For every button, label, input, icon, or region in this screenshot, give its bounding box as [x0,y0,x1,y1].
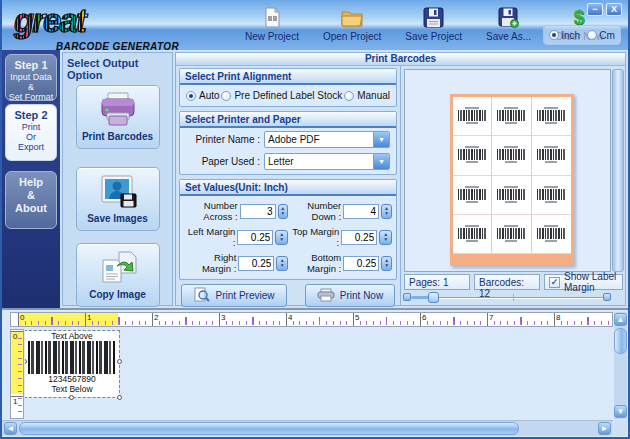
panel-title: Print Barcodes [176,53,625,66]
top-margin-spinner[interactable]: ▲▼ [379,230,392,245]
save-as-button[interactable]: Save As... [486,7,531,42]
label-cell [453,215,492,254]
label-sheet-grid [453,97,571,254]
scroll-up-icon[interactable]: ▲ [614,313,627,326]
spinner-down-icon: ▼ [280,211,285,216]
barcodes-status: Barcodes: 12 [474,274,540,290]
label-cell [453,136,492,175]
print-barcodes-panel: Print Barcodes Select Print Alignment Au… [175,52,626,306]
mini-barcode [458,146,486,164]
mini-barcode [537,107,565,125]
horizontal-scroll-thumb[interactable] [19,422,519,435]
logo-letter: a [59,2,75,39]
alignment-auto-radio[interactable]: Auto [186,90,220,101]
right-margin-spinner[interactable]: ▲▼ [276,256,288,271]
left-margin-spinner[interactable]: ▲▼ [275,230,288,245]
alignment-predefined-radio[interactable]: Pre Defined Label Stock [221,90,342,101]
canvas-vertical-scrollbar[interactable]: ▲ ▼ [614,312,627,419]
new-project-label: New Project [245,31,299,42]
number-down-label: Number Down : [288,200,341,222]
design-canvas[interactable]: Text Above 1234567890 Text Below [25,329,613,419]
bottom-margin-input[interactable] [343,256,379,271]
save-project-button[interactable]: Save Project [405,7,462,42]
open-project-button[interactable]: Open Project [323,7,381,42]
logo-letter: g [14,2,32,39]
sidebar-help-about-button[interactable]: Help & About [5,171,57,229]
preview-status-bar: Pages: 1 Barcodes: 12 ✓ Show Label Margi… [401,274,625,290]
mini-barcode [458,107,486,125]
radio-icon [344,91,354,101]
scroll-down-icon[interactable]: ▼ [614,405,627,418]
paper-used-select[interactable]: Letter ▼ [264,153,390,170]
alignment-section: Select Print Alignment Auto Pre Defined … [179,68,397,107]
right-margin-input[interactable] [238,256,274,271]
save-project-icon [423,7,444,28]
barcode-designer: 012345678 01 Text Above 1234567890 Text … [2,308,628,437]
print-preview-button[interactable]: Print Preview [181,284,287,307]
preview-vertical-scrollbar[interactable] [612,69,624,272]
checkbox-icon[interactable]: ✓ [549,277,560,288]
ruler-minor-ticks [18,331,22,418]
save-images-button[interactable]: Save Images [76,167,160,231]
slider-right-cap[interactable] [603,293,611,301]
number-down-input[interactable] [343,204,379,219]
new-project-button[interactable]: New Project [245,7,299,42]
unit-inch-radio[interactable]: Inch [549,30,580,41]
save-images-icon [97,174,139,212]
scroll-left-icon[interactable]: ◄ [4,422,17,435]
mini-barcode [458,186,486,204]
resize-handle-right[interactable] [117,359,122,364]
sidebar-step2-button[interactable]: Step 2 Print Or Export [5,104,57,161]
barcode-element[interactable]: Text Above 1234567890 Text Below [25,331,119,397]
mini-barcode [497,225,525,243]
ruler-number: 4 [288,313,292,322]
resize-handle-left[interactable] [25,359,27,364]
ruler-number: 3 [221,313,225,322]
preview-pane: Pages: 1 Barcodes: 12 ✓ Show Label Margi… [400,66,625,305]
open-project-icon [340,7,364,28]
step1-line: Input Data [6,72,56,82]
chevron-down-icon[interactable]: ▼ [373,132,389,147]
save-as-icon [498,7,519,28]
slider-center-tick [513,294,514,301]
save-images-label: Save Images [87,213,148,224]
ruler-number: 1 [87,313,91,322]
resize-handle-bottom-right[interactable] [117,395,122,400]
spinner-down-icon: ▼ [384,211,389,216]
slider-track[interactable] [411,297,609,298]
print-barcodes-button[interactable]: Print Barcodes [76,85,160,149]
label-cell [453,176,492,215]
label-cell [492,215,531,254]
print-controls: Select Print Alignment Auto Pre Defined … [176,66,400,305]
save-project-label: Save Project [405,31,462,42]
print-now-button[interactable]: Print Now [305,284,395,307]
sidebar-step1-button[interactable]: Step 1 Input Data & Set Format [5,54,57,101]
bottom-margin-spinner[interactable]: ▲▼ [381,256,392,271]
scroll-right-icon[interactable]: ► [598,422,611,435]
top-margin-input[interactable] [341,230,377,245]
horizontal-ruler: 012345678 [10,312,613,327]
pages-status: Pages: 1 [404,274,470,290]
chevron-down-icon[interactable]: ▼ [373,154,389,169]
printer-name-select[interactable]: Adobe PDF ▼ [264,131,390,148]
number-across-input[interactable] [240,204,276,219]
canvas-horizontal-scrollbar[interactable]: ◄ ► [2,420,613,436]
resize-handle-bottom[interactable] [69,395,74,400]
unit-cm-radio[interactable]: Cm [587,30,615,41]
show-label-margin-option[interactable]: ✓ Show Label Margin [544,274,623,290]
copy-image-button[interactable]: Copy Image [76,243,160,307]
close-button[interactable]: X [606,3,622,16]
number-down-spinner[interactable]: ▲▼ [381,204,392,219]
mini-barcode [497,186,525,204]
vertical-scroll-thumb[interactable] [614,328,627,354]
copy-image-icon [97,250,139,288]
new-project-icon [262,7,282,28]
alignment-manual-radio[interactable]: Manual [344,90,390,101]
mini-barcode [537,225,565,243]
print-barcodes-label: Print Barcodes [82,131,153,142]
slider-thumb[interactable] [428,292,439,303]
number-across-spinner[interactable]: ▲▼ [278,204,288,219]
left-margin-input[interactable] [237,230,273,245]
minimize-button[interactable]: − [587,3,603,16]
slider-left-cap[interactable] [403,293,411,301]
